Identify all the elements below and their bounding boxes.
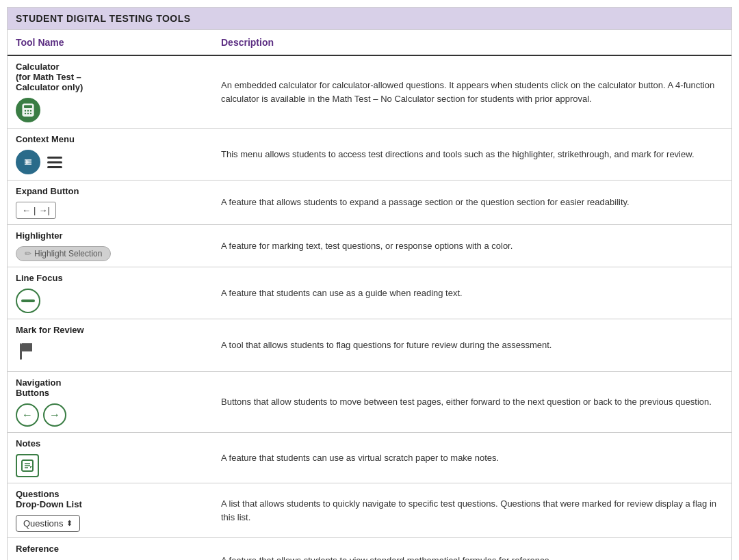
highlighter-icon: ✏ Highlight Selection (16, 246, 111, 261)
desc-calculator: An embedded calculator for calculator-al… (213, 73, 731, 111)
tool-name-expand: Expand Button (16, 186, 205, 196)
tool-icon-area-line-focus (16, 289, 205, 313)
column-headers: Tool Name Description (8, 30, 731, 56)
context-menu-icon (16, 150, 40, 174)
table-row: Context Menu This men (8, 129, 731, 181)
tool-name-reference: Reference (16, 544, 205, 554)
line-focus-icon (16, 289, 40, 313)
tool-icon-area-calculator (16, 98, 205, 122)
tool-name-mark-review: Mark for Review (16, 325, 205, 335)
main-table: STUDENT DIGITAL TESTING TOOLS Tool Name … (7, 7, 732, 560)
tool-icon-area-expand: ← | →| (16, 202, 205, 219)
tool-name-highlighter: Highlighter (16, 230, 205, 241)
table-row: Mark for Review A tool that allows stude… (8, 319, 731, 372)
svg-point-4 (27, 110, 29, 111)
desc-navigation: Buttons that allow students to move betw… (213, 390, 731, 414)
tool-cell-questions-dropdown: QuestionsDrop-Down List Questions ⬍ (8, 483, 213, 537)
desc-line-focus: A feature that students can use as a gui… (213, 281, 731, 306)
svg-rect-2 (24, 105, 32, 108)
svg-point-5 (30, 110, 31, 111)
table-row: NavigationButtons ← → Buttons that allow… (8, 372, 731, 433)
table-row: Reference XY2 A feature that allows stud… (8, 538, 731, 560)
tool-cell-highlighter: Highlighter ✏ Highlight Selection (8, 225, 213, 267)
calculator-icon (16, 98, 40, 122)
tool-cell-navigation: NavigationButtons ← → (8, 372, 213, 432)
tool-cell-line-focus: Line Focus (8, 267, 213, 319)
table-title: STUDENT DIGITAL TESTING TOOLS (8, 8, 731, 30)
table-row: Line Focus A feature that students can u… (8, 267, 731, 319)
tool-icon-area-questions-dropdown: Questions ⬍ (16, 515, 205, 532)
table-row: Notes A feature that students can use as… (8, 433, 731, 483)
tool-name-context-menu: Context Menu (16, 134, 205, 144)
nav-forward-icon: → (43, 403, 66, 427)
flag-icon (16, 341, 35, 366)
tool-name-navigation: NavigationButtons (16, 377, 205, 398)
svg-point-6 (25, 113, 26, 114)
tool-cell-reference: Reference XY2 (8, 538, 213, 560)
desc-notes: A feature that students can use as virtu… (213, 446, 731, 470)
tool-icon-area-context-menu (16, 150, 205, 174)
tool-name-notes: Notes (16, 438, 205, 449)
table-row: QuestionsDrop-Down List Questions ⬍ A li… (8, 483, 731, 538)
notes-icon (16, 454, 39, 477)
questions-dropdown-icon: Questions ⬍ (16, 515, 80, 532)
expand-button-icon: ← | →| (16, 202, 56, 219)
desc-reference: A feature that allows students to view s… (213, 548, 731, 560)
tool-icon-area-mark-review (16, 341, 205, 366)
tool-icon-area-notes (16, 454, 205, 477)
tool-cell-expand: Expand Button ← | →| (8, 181, 213, 224)
tool-cell-calculator: Calculator(for Math Test –Calculator onl… (8, 56, 213, 128)
tool-name-calculator: Calculator(for Math Test –Calculator onl… (16, 62, 205, 92)
col-header-tool: Tool Name (8, 34, 213, 51)
nav-back-icon: ← (16, 403, 39, 427)
tool-cell-notes: Notes (8, 433, 213, 483)
table-row: Highlighter ✏ Highlight Selection A feat… (8, 225, 731, 267)
desc-mark-review: A tool that allows students to flag ques… (213, 333, 731, 358)
tool-name-questions-dropdown: QuestionsDrop-Down List (16, 489, 205, 509)
desc-questions-dropdown: A list that allows students to quickly n… (213, 492, 731, 529)
svg-point-7 (27, 113, 29, 114)
desc-expand: A feature that allows students to expand… (213, 190, 731, 215)
tool-name-line-focus: Line Focus (16, 273, 205, 283)
col-header-description: Description (213, 34, 731, 51)
desc-context-menu: This menu allows students to access test… (213, 142, 731, 167)
hamburger-icon (47, 157, 62, 168)
tool-icon-area-highlighter: ✏ Highlight Selection (16, 246, 205, 261)
table-row: Calculator(for Math Test –Calculator onl… (8, 56, 731, 129)
svg-rect-14 (20, 343, 22, 360)
table-row: Expand Button ← | →| A feature that allo… (8, 181, 731, 225)
desc-highlighter: A feature for marking text, test questio… (213, 234, 731, 258)
svg-point-8 (30, 113, 31, 114)
svg-rect-13 (21, 299, 35, 302)
tool-cell-mark-review: Mark for Review (8, 319, 213, 371)
tool-icon-area-navigation: ← → (16, 403, 205, 427)
svg-point-3 (25, 110, 26, 111)
tool-cell-context-menu: Context Menu (8, 129, 213, 180)
